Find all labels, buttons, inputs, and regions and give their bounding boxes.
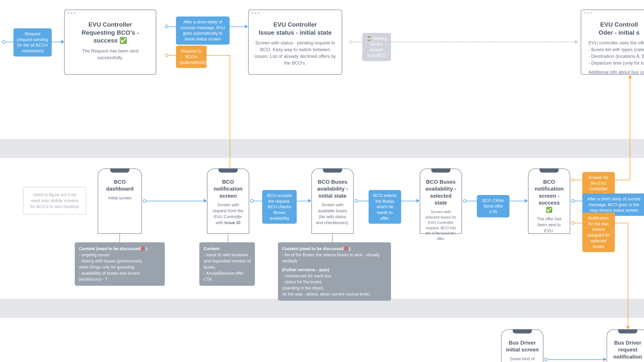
chip-clicks-label: BCO Clicks Send offer CTA xyxy=(482,198,504,214)
chip-bco-clicks-send[interactable]: BCO Clicks Send offer CTA xyxy=(477,195,510,217)
connector xyxy=(168,26,176,27)
connector xyxy=(574,180,582,180)
chip-request-label: Request (request sending for the all BCO… xyxy=(17,31,48,53)
chip-after-delay-label: After a short delay of success message, … xyxy=(180,19,225,41)
lane-divider-2 xyxy=(0,299,644,318)
note-heading: Content xyxy=(204,246,251,252)
flow-canvas[interactable]: Request (request sending for the all BCO… xyxy=(0,0,644,362)
arrowhead-icon xyxy=(245,24,248,28)
connector xyxy=(52,42,61,42)
phone-sub-bold: Issue ID xyxy=(224,220,240,225)
note-line: - history with issues (prices/costs) xyxy=(79,258,160,264)
phone-title-1: Bus Driver xyxy=(614,340,641,346)
note-line: (standing in the depot, xyxy=(282,285,387,291)
note-pointer xyxy=(332,234,333,242)
connector xyxy=(168,55,176,56)
note-line: - ongoing issues xyxy=(79,252,160,258)
chip-request-to-bcos[interactable]: Request to BCO's (automatically) xyxy=(176,45,206,68)
window-sub-l4: - Departure time (only for lo xyxy=(588,60,644,66)
phone-title-1: BCO notification xyxy=(214,179,243,192)
chip-after-success-label: After a short delay of succes message, B… xyxy=(587,197,640,213)
phone-title-3: ✅ xyxy=(546,207,552,213)
connector-vertical xyxy=(630,77,630,180)
phone-bco-availability-initial[interactable]: BCO Buses availability - initial state S… xyxy=(312,169,354,234)
chip-waiting-label: ⏳ Waiting for the answer from BCO xyxy=(366,36,387,58)
connector xyxy=(146,201,204,201)
window-sub-l1: EVU controller sees the offer xyxy=(588,40,644,46)
connector xyxy=(358,201,368,201)
phone-subtitle: Screen with selected buses for EVU Contr… xyxy=(424,209,458,241)
window-title-1: EVU Controller xyxy=(273,21,317,28)
port xyxy=(463,199,466,203)
window-dots-icon xyxy=(252,12,259,14)
phone-bco-dashboard[interactable]: BCO dashboard Initial screen xyxy=(98,169,142,234)
note-heading: Content (need to be discussed‼️): xyxy=(282,246,387,252)
port-orange xyxy=(571,178,574,182)
phone-bus-driver-request-notification[interactable]: Bus Driver request notification An initi… xyxy=(606,330,644,362)
window-title-2: Requesting BCO's - success ✅ xyxy=(82,29,139,44)
phone-title-2: dashboard xyxy=(106,186,134,192)
phone-title-1: BCO xyxy=(114,179,126,185)
chip-after-delay[interactable]: After a short delay of success message, … xyxy=(176,16,230,45)
port xyxy=(544,358,548,361)
note-line: other things only for guessing: xyxy=(79,264,160,270)
chip-request[interactable]: Request (request sending for the all BCO… xyxy=(14,28,52,56)
phone-bco-availability-selected[interactable]: BCO Buses availability - selected state … xyxy=(420,169,462,234)
phone-title-3: notification xyxy=(613,354,642,360)
arrowhead-icon xyxy=(603,358,606,361)
window-title-2: Oder - initial s xyxy=(598,29,640,36)
note-line: - availability of buses and drivers (wor… xyxy=(79,270,160,283)
window-title-1: EVU Controller xyxy=(88,21,132,28)
connector xyxy=(574,223,582,223)
phone-subtitle: Initial screen xyxy=(102,195,138,201)
phone-title-2: initial screen xyxy=(506,347,538,353)
phone-title-1: BCO Buses xyxy=(318,179,347,185)
window-evu-request-success[interactable]: EVU Controller Requesting BCO's - succes… xyxy=(64,9,156,75)
phone-bco-notification-success[interactable]: BCO notification screen - success ✅ The … xyxy=(528,169,570,234)
arrowhead-up-icon xyxy=(628,75,632,78)
window-dots-icon xyxy=(584,12,592,14)
note-subheading: (Futher versions - auto) xyxy=(282,267,387,273)
phone-title-2: availability - xyxy=(317,186,348,192)
phone-bus-driver-initial[interactable]: Bus Driver initial screen Some kind of xyxy=(501,330,544,362)
phone-bco-notification[interactable]: BCO notification screen Screen with requ… xyxy=(207,169,249,234)
arrowhead-icon xyxy=(525,199,528,203)
lane-divider-1 xyxy=(0,139,644,158)
window-evu-oder-initial[interactable]: EVU Controll Oder - initial s EVU contro… xyxy=(581,9,644,75)
chip-driver-notification[interactable]: Notification for the Bus drivers assigne… xyxy=(582,213,615,252)
window-subtitle: The Request has been sent successfully. xyxy=(70,48,150,61)
chip-selects-label: BCO selects the Buses which he wants to … xyxy=(373,193,396,221)
note-line: - Issue ID with locations and requested … xyxy=(204,252,251,270)
note-heading: Content (need to be discussed‼️): xyxy=(79,246,160,252)
window-evu-issue-status[interactable]: EVU Controller Issue status - initial st… xyxy=(248,9,342,75)
note-line: - Accept/Decline offer CTA. xyxy=(204,270,251,283)
chip-waiting[interactable]: ⏳ Waiting for the answer from BCO xyxy=(362,33,391,61)
arrowhead-icon xyxy=(61,40,64,44)
chip-request-to-bcos-label: Request to BCO's (automatically) xyxy=(180,49,207,65)
arrowhead-down-icon xyxy=(626,326,630,329)
port xyxy=(354,199,358,203)
window-sub-l2: - Buses list with types (categ xyxy=(588,46,644,53)
window-title-1: EVU Controll xyxy=(600,21,638,28)
connector xyxy=(401,201,416,201)
phone-title-1: Bus Driver xyxy=(509,340,536,346)
arrowhead-icon xyxy=(308,199,311,203)
phone-subtitle: Some kind of xyxy=(506,356,539,362)
chip-accepts-label: BCO accepts the request. BCO checks Buse… xyxy=(267,193,292,221)
connector xyxy=(230,26,245,27)
connector-dashed xyxy=(391,41,575,42)
chip-driver-notif-label: Notification for the Bus drivers assigne… xyxy=(587,216,610,249)
chip-bco-selects[interactable]: BCO selects the Buses which he wants to … xyxy=(368,190,401,224)
phone-title-2: screen xyxy=(220,193,237,199)
chip-bco-accepts[interactable]: BCO accepts the request. BCO checks Buse… xyxy=(262,190,297,224)
port-orange xyxy=(571,221,574,225)
connector xyxy=(615,223,628,223)
port xyxy=(250,199,254,203)
arrowhead-icon xyxy=(204,199,207,203)
window-sub-l3: - Destination (locations A, B o xyxy=(588,53,644,60)
phone-title-3: selected state xyxy=(430,193,452,206)
window-title-2: Issue status - initial state xyxy=(259,29,332,36)
port xyxy=(165,25,168,28)
port-grey xyxy=(349,40,352,44)
note-dashboard-content: Content (need to be discussed‼️): - ongo… xyxy=(75,242,165,286)
